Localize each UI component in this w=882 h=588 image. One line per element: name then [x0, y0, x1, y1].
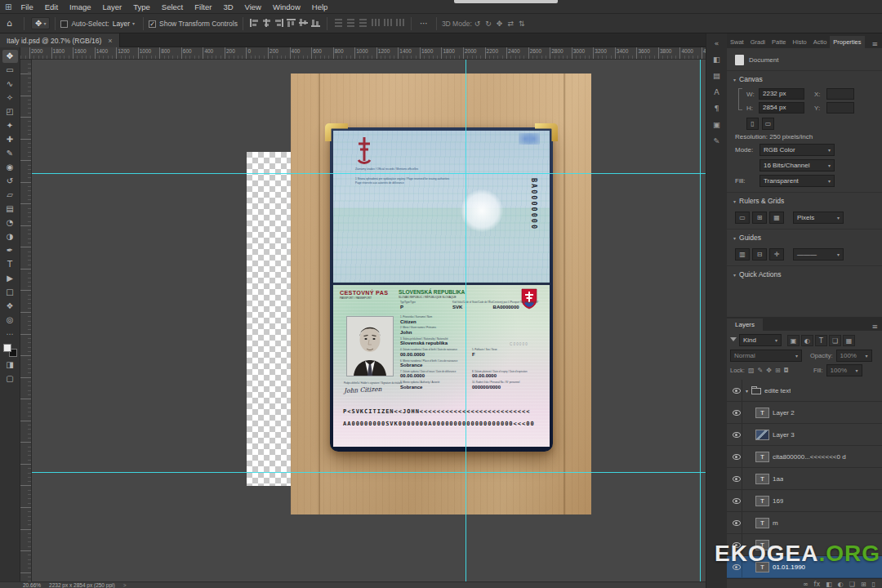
vertical-guide[interactable] — [466, 60, 466, 581]
more-options-icon[interactable]: ⋯ — [420, 19, 428, 28]
panel-tab-patterns[interactable]: Patte — [768, 36, 790, 48]
menu-layer[interactable]: Layer — [96, 2, 127, 11]
lasso-tool[interactable]: ∿ — [2, 78, 18, 91]
layer-group-icon[interactable]: ❏ — [849, 581, 855, 588]
color-mode-select[interactable]: RGB Color▾ — [760, 144, 835, 156]
layer-mask-icon[interactable]: ◧ — [826, 581, 832, 588]
eraser-tool[interactable]: ▱ — [2, 189, 18, 202]
show-transform-checkbox[interactable]: ✓ — [149, 20, 156, 28]
paragraph-panel-icon[interactable]: ¶ — [710, 101, 724, 115]
quick-mask-icon[interactable]: ◨ — [2, 359, 18, 372]
canvas-section-header[interactable]: ▾ Canvas — [727, 70, 882, 87]
landscape-orientation-icon[interactable]: ▭ — [762, 118, 774, 130]
distribute-bottom-icon[interactable] — [359, 19, 368, 27]
delete-layer-icon[interactable]: ▯ — [872, 581, 875, 588]
layer-name[interactable]: m — [773, 519, 778, 527]
layer-row[interactable]: ▾ T edite text — [727, 380, 882, 402]
lock-all-icon[interactable]: ◘ — [784, 367, 789, 374]
move-tool[interactable]: ✥ — [2, 50, 18, 63]
panel-tab-swatches[interactable]: Swat — [727, 36, 747, 48]
align-horizontal-center-icon[interactable] — [262, 19, 271, 27]
menu-select[interactable]: Select — [156, 2, 189, 11]
layer-row[interactable]: ▾ T Layer 3 — [727, 424, 882, 446]
menu-help[interactable]: Help — [306, 2, 334, 11]
clear-guides-icon[interactable]: ✛ — [769, 248, 784, 261]
menu-3d[interactable]: 3D — [217, 2, 238, 11]
layer-name[interactable]: Layer 3 — [773, 431, 795, 439]
text-layer-thumbnail[interactable]: T — [755, 518, 769, 528]
rulers-grids-section-header[interactable]: ▾ Rulers & Grids — [727, 192, 882, 208]
libraries-panel-icon[interactable]: ▤ — [710, 69, 724, 82]
panel-tab-gradients[interactable]: Gradi — [747, 36, 768, 48]
filter-shape-layers-icon[interactable]: ❏ — [829, 335, 841, 346]
filter-pixel-layers-icon[interactable]: ▣ — [787, 335, 800, 346]
layer-row[interactable]: ▾ T 169 — [727, 490, 882, 512]
crop-tool[interactable]: ◰ — [2, 105, 18, 118]
clone-source-panel-icon[interactable]: ▣ — [710, 118, 724, 131]
filter-type-layers-icon[interactable]: T — [815, 335, 827, 346]
close-icon[interactable]: × — [108, 37, 112, 45]
layer-name[interactable]: 169 — [773, 497, 783, 505]
group-expand-caret[interactable]: ▾ — [746, 388, 748, 394]
layer-effects-icon[interactable]: fx — [814, 581, 821, 588]
distribute-top-icon[interactable] — [334, 19, 343, 27]
canvas-area[interactable]: Záznamy úradov / Official records / Ment… — [32, 60, 706, 581]
x-field[interactable] — [826, 88, 854, 100]
edit-toolbar-icon[interactable]: ⋯ — [7, 330, 14, 338]
3d-drag-icon[interactable]: ✥ — [497, 20, 503, 28]
color-swatches[interactable] — [3, 344, 17, 357]
clone-stamp-tool[interactable]: ◉ — [2, 161, 18, 174]
filter-smart-objects-icon[interactable]: ▦ — [843, 335, 855, 346]
text-layer-thumbnail[interactable]: T — [755, 408, 769, 418]
history-brush-tool[interactable]: ↺ — [2, 175, 18, 188]
portrait-orientation-icon[interactable]: ▯ — [746, 118, 759, 130]
y-field[interactable] — [826, 102, 854, 114]
panel-menu-icon[interactable]: ≡ — [867, 323, 882, 331]
vertical-ruler[interactable] — [20, 60, 32, 581]
lock-position-icon[interactable]: ✥ — [766, 367, 772, 374]
object-selection-tool[interactable]: ✧ — [2, 91, 18, 105]
distribute-left-icon[interactable] — [371, 19, 380, 27]
panel-menu-icon[interactable]: ≡ — [867, 40, 882, 48]
width-field[interactable]: 2232 px — [759, 88, 804, 100]
zoom-tool[interactable]: ◎ — [2, 314, 18, 327]
layer-visibility-eye[interactable] — [733, 388, 741, 394]
layer-row[interactable]: ▾ T 1aa — [727, 468, 882, 490]
3d-scale-icon[interactable]: ⇅ — [519, 20, 525, 28]
3d-slide-icon[interactable]: ⇄ — [507, 20, 514, 28]
layer-visibility-eye[interactable] — [733, 410, 741, 416]
horizontal-guide[interactable] — [32, 472, 706, 473]
layer-name[interactable]: Layer 2 — [773, 409, 795, 416]
layer-name[interactable]: cita800000...<<<<<<<0 d — [773, 453, 846, 461]
layer-row[interactable]: ▾ T m — [727, 512, 882, 534]
toggle-pixel-grid-icon[interactable]: ▦ — [769, 212, 784, 224]
gradient-tool[interactable]: ▤ — [2, 203, 18, 216]
layer-visibility-eye[interactable] — [733, 454, 741, 460]
tab-layers[interactable]: Layers — [727, 318, 763, 331]
fill-select[interactable]: 100%▾ — [826, 364, 862, 376]
foreground-color-swatch[interactable] — [3, 344, 11, 352]
distribute-horizontal-center-icon[interactable] — [383, 19, 392, 27]
filter-adjustment-layers-icon[interactable]: ◐ — [801, 335, 813, 346]
marquee-tool[interactable]: ▭ — [2, 64, 18, 77]
horizontal-ruler[interactable]: 2000180016001400120010008006004002000200… — [20, 47, 706, 60]
document-tab[interactable]: Italy id.psd @ 20.7% (RGB/16) × — [0, 33, 120, 47]
menu-image[interactable]: Image — [64, 2, 96, 11]
panel-tab-history[interactable]: Histo — [790, 36, 810, 48]
3d-roll-icon[interactable]: ↻ — [485, 20, 492, 28]
home-icon[interactable]: ⌂ — [7, 18, 12, 29]
menu-edit[interactable]: Edit — [39, 2, 64, 11]
height-field[interactable]: 2854 px — [759, 102, 804, 114]
layer-row[interactable]: ▾ T cita800000...<<<<<<<0 d — [727, 446, 882, 468]
text-layer-thumbnail[interactable]: T — [755, 452, 769, 462]
status-arrow-icon[interactable]: > — [123, 582, 127, 588]
horizontal-guide[interactable] — [32, 173, 706, 174]
toggle-grid-icon[interactable]: ⊞ — [752, 212, 767, 224]
bit-depth-select[interactable]: 16 Bits/Channel▾ — [760, 159, 835, 172]
current-tool-button[interactable]: ✥ ▾ — [31, 17, 50, 29]
healing-brush-tool[interactable]: ✚ — [2, 133, 18, 146]
toggle-rulers-icon[interactable]: ▭ — [735, 212, 750, 224]
distribute-right-icon[interactable] — [395, 19, 404, 27]
panel-tab-actions[interactable]: Actio — [810, 36, 831, 48]
hand-tool[interactable]: ❖ — [2, 300, 18, 313]
